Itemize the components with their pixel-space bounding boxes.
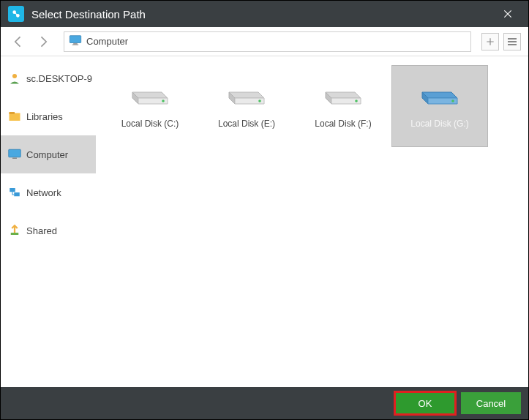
back-button[interactable]: [8, 31, 29, 52]
sidebar-item-desktop[interactable]: sc.DESKTOP-9: [1, 59, 96, 97]
path-text: Computer: [86, 36, 128, 47]
drive-label: Local Disk (G:): [410, 119, 468, 129]
new-folder-button[interactable]: [481, 33, 499, 50]
svg-rect-12: [11, 233, 19, 235]
svg-point-28: [451, 100, 454, 102]
sidebar-item-label: Shared: [26, 225, 57, 236]
svg-rect-3: [73, 43, 78, 44]
drive-label: Local Disk (C:): [121, 119, 179, 129]
sidebar-item-libraries[interactable]: Libraries: [1, 97, 96, 135]
view-list-button[interactable]: [503, 33, 521, 50]
toolbar: Computer: [1, 27, 528, 56]
svg-point-20: [258, 100, 261, 102]
title-bar: Select Destination Path: [1, 1, 528, 27]
path-box[interactable]: Computer: [64, 31, 471, 52]
drive-item[interactable]: Local Disk (F:): [295, 65, 391, 147]
svg-rect-2: [70, 36, 80, 43]
libraries-icon: [8, 110, 21, 123]
drive-item[interactable]: Local Disk (C:): [102, 65, 198, 147]
svg-rect-7: [10, 112, 15, 114]
sidebar-item-computer[interactable]: Computer: [1, 135, 96, 173]
drive-item[interactable]: Local Disk (E:): [198, 65, 295, 147]
network-icon: [8, 186, 21, 199]
sidebar: sc.DESKTOP-9 Libraries Computer Network: [1, 56, 96, 387]
sidebar-item-label: Computer: [26, 149, 68, 160]
forward-button[interactable]: [33, 31, 53, 52]
list-icon: [508, 37, 517, 47]
sidebar-item-label: sc.DESKTOP-9: [26, 73, 92, 84]
svg-rect-10: [10, 188, 15, 192]
svg-rect-8: [9, 149, 21, 157]
svg-rect-4: [72, 45, 78, 45]
monitor-icon: [8, 148, 21, 161]
svg-point-5: [12, 74, 17, 78]
footer: OK Cancel: [1, 387, 528, 419]
svg-point-16: [162, 100, 165, 102]
shared-icon: [8, 224, 21, 237]
cancel-button[interactable]: Cancel: [461, 392, 521, 414]
user-icon: [8, 72, 21, 85]
body: sc.DESKTOP-9 Libraries Computer Network: [1, 56, 528, 387]
sidebar-item-label: Network: [26, 187, 61, 198]
window-title: Select Destination Path: [31, 8, 495, 20]
sidebar-item-shared[interactable]: Shared: [1, 211, 96, 250]
sidebar-item-label: Libraries: [26, 111, 63, 122]
drive-label: Local Disk (F:): [315, 119, 371, 129]
svg-rect-9: [12, 158, 17, 160]
disk-icon: [416, 73, 463, 108]
drive-item[interactable]: Local Disk (G:): [391, 65, 488, 147]
sidebar-item-network[interactable]: Network: [1, 173, 96, 211]
close-button[interactable]: [495, 1, 521, 27]
svg-rect-6: [10, 113, 20, 121]
dialog-window: Select Destination Path Computer: [1, 1, 528, 419]
app-icon: [8, 6, 24, 22]
svg-rect-11: [14, 192, 20, 196]
disk-icon: [127, 73, 173, 108]
ok-button[interactable]: OK: [395, 392, 455, 414]
disk-icon: [223, 73, 270, 108]
disk-icon: [320, 73, 367, 108]
svg-point-24: [355, 100, 358, 102]
monitor-icon: [69, 35, 82, 48]
content-pane: Local Disk (C:) Local Disk (E:) Local Di…: [96, 56, 528, 387]
drive-label: Local Disk (E:): [218, 119, 275, 129]
